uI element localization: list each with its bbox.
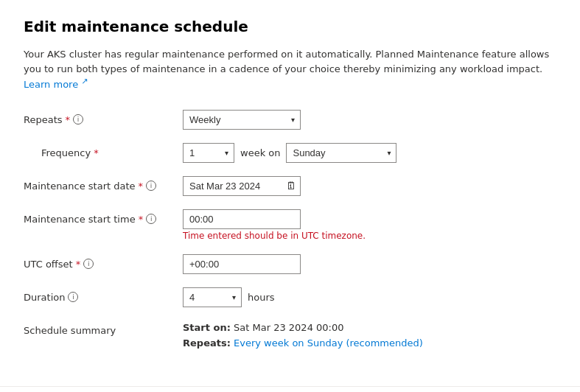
utc-required-marker: * [76,259,81,270]
frequency-control: 1 2 3 4 ▾ week on Sunday Monday Tuesday … [183,143,556,163]
start-time-info-icon[interactable]: i [146,214,156,224]
frequency-row: Frequency * 1 2 3 4 ▾ week on Sunday [24,143,556,163]
time-error-text: Time entered should be in UTC timezone. [183,231,366,241]
repeats-select-wrapper: Weekly Daily AbsoluteMonthly RelativeMon… [183,110,301,130]
start-date-label: Maintenance start date * i [24,176,171,192]
frequency-select-wrapper: 1 2 3 4 ▾ [183,143,234,163]
duration-control: 1 2 3 4 5 6 7 8 ▾ hours [183,287,556,307]
frequency-label: Frequency * [41,143,171,158]
footer: Save Cancel Remove schedule [0,387,580,392]
schedule-summary-control: Start on: Sat Mar 23 2024 00:00 Repeats:… [183,321,556,351]
start-time-input[interactable] [183,209,301,229]
schedule-summary-label: Schedule summary [24,321,171,336]
schedule-summary-block: Start on: Sat Mar 23 2024 00:00 Repeats:… [183,321,423,351]
page-title: Edit maintenance schedule [24,18,556,35]
duration-select[interactable]: 1 2 3 4 5 6 7 8 [183,287,242,307]
start-time-control: Time entered should be in UTC timezone. [183,209,556,241]
calendar-icon[interactable]: 🗓 [286,180,296,192]
page-description: Your AKS cluster has regular maintenance… [24,47,556,92]
start-date-row: Maintenance start date * i 🗓 [24,176,556,196]
time-group: Time entered should be in UTC timezone. [183,209,366,241]
repeats-select[interactable]: Weekly Daily AbsoluteMonthly RelativeMon… [183,110,301,130]
start-date-info-icon[interactable]: i [146,181,156,191]
required-marker: * [66,114,71,125]
utc-offset-control [183,254,556,274]
repeats-info-icon[interactable]: i [73,114,83,125]
form-section: Repeats * i Weekly Daily AbsoluteMonthly… [24,110,556,351]
day-select-wrapper: Sunday Monday Tuesday Wednesday Thursday… [286,143,396,163]
summary-repeats-value: Every week on Sunday (recommended) [234,337,423,349]
week-on-text: week on [240,147,280,158]
learn-more-link[interactable]: Learn more ↗ [24,79,88,90]
start-date-control: 🗓 [183,176,556,196]
repeats-row: Repeats * i Weekly Daily AbsoluteMonthly… [24,110,556,130]
repeats-label: Repeats * i [24,110,171,125]
day-select[interactable]: Sunday Monday Tuesday Wednesday Thursday… [286,143,396,163]
hours-text: hours [248,292,275,303]
utc-offset-input[interactable] [183,254,301,274]
duration-select-wrapper: 1 2 3 4 5 6 7 8 ▾ [183,287,242,307]
summary-start-value: Sat Mar 23 2024 00:00 [234,322,343,333]
start-time-row: Maintenance start time * i Time entered … [24,209,556,241]
start-date-input[interactable] [183,176,301,196]
frequency-select[interactable]: 1 2 3 4 [183,143,234,163]
duration-label: Duration i [24,287,171,303]
time-required-marker: * [139,214,144,225]
utc-offset-row: UTC offset * i [24,254,556,274]
utc-info-icon[interactable]: i [83,259,94,269]
repeats-control: Weekly Daily AbsoluteMonthly RelativeMon… [183,110,556,130]
utc-offset-label: UTC offset * i [24,254,171,270]
summary-start-line: Start on: Sat Mar 23 2024 00:00 [183,321,423,336]
summary-repeats-line: Repeats: Every week on Sunday (recommend… [183,336,423,351]
freq-required-marker: * [94,147,99,158]
date-input-wrapper: 🗓 [183,176,301,196]
schedule-summary-row: Schedule summary Start on: Sat Mar 23 20… [24,321,556,351]
duration-row: Duration i 1 2 3 4 5 6 7 8 ▾ [24,287,556,307]
external-link-icon: ↗ [81,77,88,86]
duration-info-icon[interactable]: i [68,292,78,302]
date-required-marker: * [139,181,144,192]
start-time-label: Maintenance start time * i [24,209,171,225]
